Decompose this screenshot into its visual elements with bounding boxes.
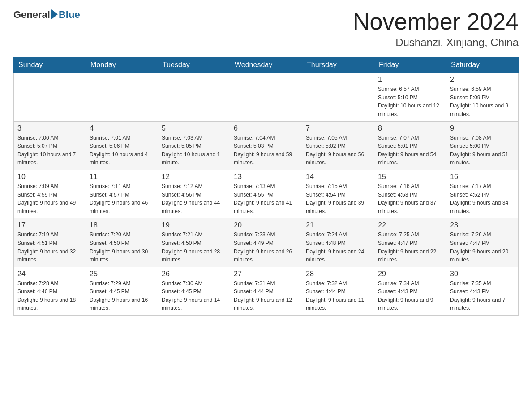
day-info: Sunrise: 7:25 AMSunset: 4:47 PMDaylight:…: [378, 231, 442, 264]
calendar-week-row: 17Sunrise: 7:19 AMSunset: 4:51 PMDayligh…: [14, 218, 519, 267]
logo-triangle-icon: [51, 9, 58, 19]
day-info: Sunrise: 7:12 AMSunset: 4:56 PMDaylight:…: [162, 182, 226, 215]
day-number: 25: [90, 270, 154, 278]
calendar-cell: 12Sunrise: 7:12 AMSunset: 4:56 PMDayligh…: [158, 170, 230, 218]
calendar-week-row: 1Sunrise: 6:57 AMSunset: 5:10 PMDaylight…: [14, 73, 519, 121]
day-number: 19: [162, 221, 226, 229]
day-number: 2: [450, 76, 515, 84]
calendar-cell: 27Sunrise: 7:31 AMSunset: 4:44 PMDayligh…: [230, 267, 302, 315]
calendar-week-row: 24Sunrise: 7:28 AMSunset: 4:46 PMDayligh…: [14, 267, 519, 315]
calendar-cell: 26Sunrise: 7:30 AMSunset: 4:45 PMDayligh…: [158, 267, 230, 315]
calendar-cell: 21Sunrise: 7:24 AMSunset: 4:48 PMDayligh…: [302, 218, 374, 267]
calendar-cell: 7Sunrise: 7:05 AMSunset: 5:02 PMDaylight…: [302, 121, 374, 170]
day-number: 3: [17, 124, 82, 133]
calendar-cell: 4Sunrise: 7:01 AMSunset: 5:06 PMDaylight…: [86, 121, 158, 170]
calendar-cell: 5Sunrise: 7:03 AMSunset: 5:05 PMDaylight…: [158, 121, 230, 170]
day-number: 1: [378, 76, 442, 84]
day-number: 14: [306, 173, 370, 181]
day-info: Sunrise: 7:05 AMSunset: 5:02 PMDaylight:…: [306, 134, 370, 167]
day-info: Sunrise: 6:57 AMSunset: 5:10 PMDaylight:…: [378, 85, 442, 118]
calendar-cell: 10Sunrise: 7:09 AMSunset: 4:59 PMDayligh…: [14, 170, 86, 218]
calendar-cell: 14Sunrise: 7:15 AMSunset: 4:54 PMDayligh…: [302, 170, 374, 218]
day-number: 5: [162, 124, 226, 133]
day-number: 9: [450, 124, 515, 133]
day-number: 28: [306, 270, 370, 278]
day-info: Sunrise: 7:19 AMSunset: 4:51 PMDaylight:…: [17, 231, 82, 264]
day-number: 27: [234, 270, 298, 278]
day-info: Sunrise: 7:31 AMSunset: 4:44 PMDaylight:…: [234, 279, 298, 313]
calendar-cell: 25Sunrise: 7:29 AMSunset: 4:45 PMDayligh…: [86, 267, 158, 315]
calendar-cell: [86, 73, 158, 121]
day-info: Sunrise: 7:00 AMSunset: 5:07 PMDaylight:…: [17, 134, 82, 167]
day-number: 23: [450, 221, 515, 229]
weekday-header-row: SundayMondayTuesdayWednesdayThursdayFrid…: [14, 57, 519, 73]
calendar-cell: 11Sunrise: 7:11 AMSunset: 4:57 PMDayligh…: [86, 170, 158, 218]
day-number: 13: [234, 173, 298, 181]
calendar-cell: 20Sunrise: 7:23 AMSunset: 4:49 PMDayligh…: [230, 218, 302, 267]
day-number: 24: [17, 270, 82, 278]
weekday-header: Friday: [374, 57, 446, 73]
calendar-cell: 1Sunrise: 6:57 AMSunset: 5:10 PMDaylight…: [374, 73, 446, 121]
day-info: Sunrise: 7:08 AMSunset: 5:00 PMDaylight:…: [450, 134, 515, 167]
weekday-header: Monday: [86, 57, 158, 73]
calendar-table: SundayMondayTuesdayWednesdayThursdayFrid…: [13, 57, 519, 316]
calendar-week-row: 10Sunrise: 7:09 AMSunset: 4:59 PMDayligh…: [14, 170, 519, 218]
calendar-cell: 22Sunrise: 7:25 AMSunset: 4:47 PMDayligh…: [374, 218, 446, 267]
location-title: Dushanzi, Xinjiang, China: [353, 36, 519, 49]
day-info: Sunrise: 7:07 AMSunset: 5:01 PMDaylight:…: [378, 134, 442, 167]
day-info: Sunrise: 7:30 AMSunset: 4:45 PMDaylight:…: [162, 279, 226, 313]
day-number: 17: [17, 221, 82, 229]
calendar-week-row: 3Sunrise: 7:00 AMSunset: 5:07 PMDaylight…: [14, 121, 519, 170]
logo-blue-text: Blue: [59, 9, 80, 21]
day-info: Sunrise: 7:28 AMSunset: 4:46 PMDaylight:…: [17, 279, 82, 313]
calendar-cell: 30Sunrise: 7:35 AMSunset: 4:43 PMDayligh…: [446, 267, 519, 315]
calendar-cell: 28Sunrise: 7:32 AMSunset: 4:44 PMDayligh…: [302, 267, 374, 315]
day-info: Sunrise: 7:01 AMSunset: 5:06 PMDaylight:…: [90, 134, 154, 167]
calendar-cell: 17Sunrise: 7:19 AMSunset: 4:51 PMDayligh…: [14, 218, 86, 267]
day-number: 12: [162, 173, 226, 181]
calendar-cell: 8Sunrise: 7:07 AMSunset: 5:01 PMDaylight…: [374, 121, 446, 170]
day-number: 4: [90, 124, 154, 133]
calendar-cell: 2Sunrise: 6:59 AMSunset: 5:09 PMDaylight…: [446, 73, 519, 121]
calendar-cell: [14, 73, 86, 121]
month-title: November 2024: [353, 9, 519, 34]
weekday-header: Sunday: [14, 57, 86, 73]
day-info: Sunrise: 7:17 AMSunset: 4:52 PMDaylight:…: [450, 182, 515, 215]
calendar-cell: 24Sunrise: 7:28 AMSunset: 4:46 PMDayligh…: [14, 267, 86, 315]
day-info: Sunrise: 7:13 AMSunset: 4:55 PMDaylight:…: [234, 182, 298, 215]
day-info: Sunrise: 7:24 AMSunset: 4:48 PMDaylight:…: [306, 231, 370, 264]
calendar-cell: 9Sunrise: 7:08 AMSunset: 5:00 PMDaylight…: [446, 121, 519, 170]
day-info: Sunrise: 7:29 AMSunset: 4:45 PMDaylight:…: [90, 279, 154, 313]
day-info: Sunrise: 7:23 AMSunset: 4:49 PMDaylight:…: [234, 231, 298, 264]
day-info: Sunrise: 7:35 AMSunset: 4:43 PMDaylight:…: [450, 279, 515, 313]
calendar-cell: 13Sunrise: 7:13 AMSunset: 4:55 PMDayligh…: [230, 170, 302, 218]
calendar-cell: 6Sunrise: 7:04 AMSunset: 5:03 PMDaylight…: [230, 121, 302, 170]
day-info: Sunrise: 7:11 AMSunset: 4:57 PMDaylight:…: [90, 182, 154, 215]
calendar-cell: 23Sunrise: 7:26 AMSunset: 4:47 PMDayligh…: [446, 218, 519, 267]
day-number: 10: [17, 173, 82, 181]
day-info: Sunrise: 7:32 AMSunset: 4:44 PMDaylight:…: [306, 279, 370, 313]
day-info: Sunrise: 7:03 AMSunset: 5:05 PMDaylight:…: [162, 134, 226, 167]
weekday-header: Thursday: [302, 57, 374, 73]
day-info: Sunrise: 7:20 AMSunset: 4:50 PMDaylight:…: [90, 231, 154, 264]
day-number: 6: [234, 124, 298, 133]
logo: General Blue: [13, 9, 80, 21]
calendar-cell: 16Sunrise: 7:17 AMSunset: 4:52 PMDayligh…: [446, 170, 519, 218]
day-number: 16: [450, 173, 515, 181]
day-number: 20: [234, 221, 298, 229]
calendar-cell: 15Sunrise: 7:16 AMSunset: 4:53 PMDayligh…: [374, 170, 446, 218]
day-info: Sunrise: 7:04 AMSunset: 5:03 PMDaylight:…: [234, 134, 298, 167]
day-info: Sunrise: 7:21 AMSunset: 4:50 PMDaylight:…: [162, 231, 226, 264]
weekday-header: Wednesday: [230, 57, 302, 73]
day-number: 29: [378, 270, 442, 278]
day-info: Sunrise: 6:59 AMSunset: 5:09 PMDaylight:…: [450, 85, 515, 118]
day-number: 15: [378, 173, 442, 181]
day-number: 18: [90, 221, 154, 229]
day-info: Sunrise: 7:26 AMSunset: 4:47 PMDaylight:…: [450, 231, 515, 264]
calendar-cell: [158, 73, 230, 121]
day-info: Sunrise: 7:09 AMSunset: 4:59 PMDaylight:…: [17, 182, 82, 215]
day-number: 11: [90, 173, 154, 181]
page-header: General Blue November 2024 Dushanzi, Xin…: [13, 9, 519, 49]
day-number: 21: [306, 221, 370, 229]
calendar-cell: 18Sunrise: 7:20 AMSunset: 4:50 PMDayligh…: [86, 218, 158, 267]
